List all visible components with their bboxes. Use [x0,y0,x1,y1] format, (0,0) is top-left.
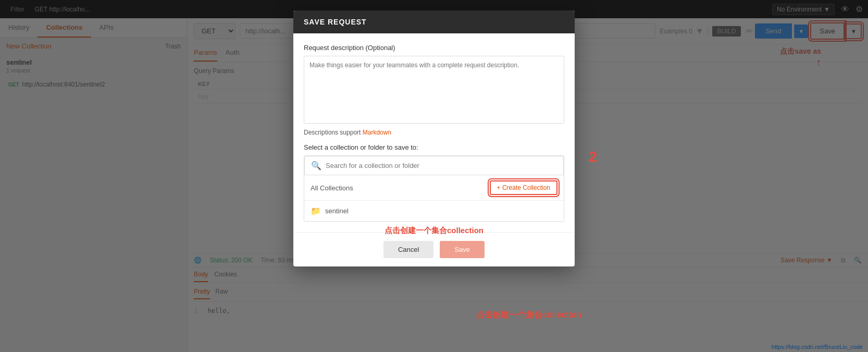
collections-outer-box: 🔍 All Collections + Create Collection 📁 … [304,155,564,222]
modal-footer: Cancel Save [293,232,575,266]
search-container: 🔍 [304,156,564,175]
select-collection-label: Select a collection or folder to save to… [304,143,564,151]
chinese-annotation: 点击创建一个集合collection [385,226,483,236]
collection-item-name: sentinel [325,207,349,215]
markdown-link[interactable]: Markdown [363,129,391,136]
search-icon: 🔍 [311,161,321,171]
collection-list-item[interactable]: 📁 sentinel [304,201,564,221]
number-annotation: 2 [589,149,597,165]
app-background: Filter GET http://localho... No Environm… [0,0,868,352]
folder-icon: 📁 [311,206,321,216]
modal-body: Request description (Optional) Descripti… [293,33,575,232]
modal-title: SAVE REQUEST [304,18,367,26]
modal-header: SAVE REQUEST [293,10,575,33]
outside-annotation: 点击创建一个集合collection [476,310,581,321]
collections-list-header: All Collections + Create Collection [304,175,564,201]
description-textarea[interactable] [304,56,564,124]
create-collection-button[interactable]: + Create Collection [490,180,557,195]
description-label: Request description (Optional) [304,44,564,52]
modal-overlay: SAVE REQUEST Request description (Option… [0,0,868,352]
markdown-note: Descriptions support Markdown [304,129,564,136]
save-request-modal: SAVE REQUEST Request description (Option… [293,10,575,266]
save-modal-button[interactable]: Save [440,241,485,258]
collection-search-input[interactable] [326,162,557,169]
cancel-button[interactable]: Cancel [383,241,433,258]
all-collections-label: All Collections [311,184,353,192]
